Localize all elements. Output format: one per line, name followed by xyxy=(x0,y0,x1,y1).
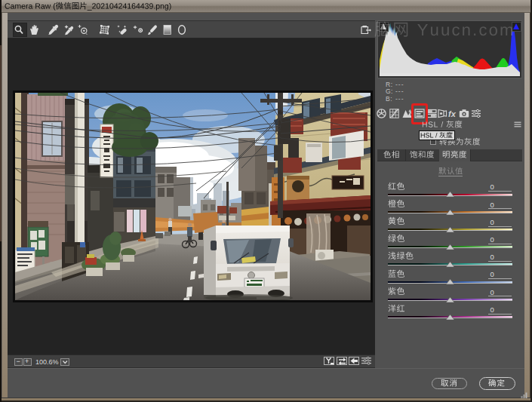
svg-text:fx: fx xyxy=(448,109,457,118)
